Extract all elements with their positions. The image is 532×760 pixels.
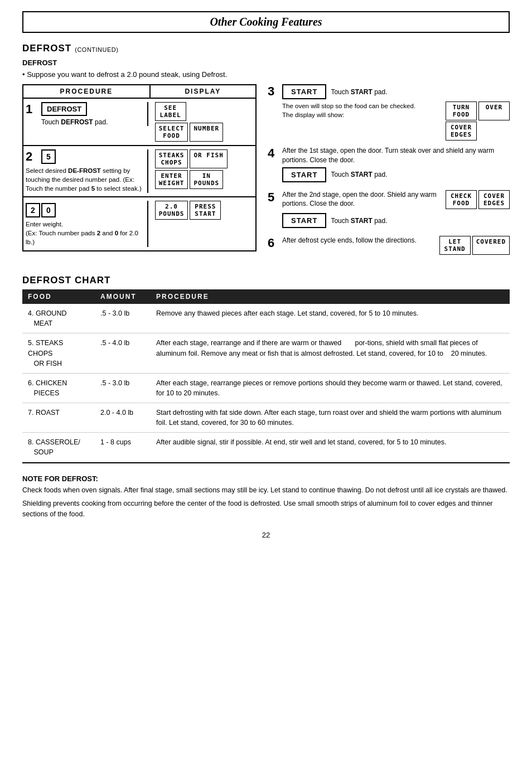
step-3-display-row1: TURNFOOD OVER: [446, 101, 510, 120]
display-cell-2-pounds: 2.0POUNDS: [155, 201, 188, 220]
amount-col-header: AMOUNT: [95, 289, 151, 304]
step-2-display: STEAKSCHOPS OR FISH ENTERWEIGHT INPOUNDS: [152, 149, 253, 189]
numpad-20-boxes: 2 0: [26, 203, 144, 217]
step-6-display-row: LETSTAND COVERED: [439, 236, 510, 255]
display-cell-number: NUMBER: [190, 123, 223, 142]
step-4-start-box: START: [282, 167, 326, 182]
display-cell-select-food: SELECTFOOD: [155, 123, 188, 142]
food-roast: 7. ROAST: [22, 403, 95, 433]
proc-ground-meat: Remove any thawed pieces after each stag…: [151, 304, 510, 333]
step-3-content: START Touch START pad. The oven will sto…: [282, 84, 510, 141]
proc-steaks-chops: After each stage, rearrange and if there…: [151, 333, 510, 373]
step-5-num: 5: [268, 190, 278, 205]
step-6-display-cells: LETSTAND COVERED: [439, 236, 510, 255]
continued-label: (CONTINUED): [75, 46, 118, 53]
chart-title-text: DEFROST CHART: [22, 275, 110, 285]
display-cell-covered: COVERED: [472, 236, 510, 255]
defrost-sub-heading: DEFROST: [22, 59, 510, 67]
table-header-row: PROCEDURE DISPLAY: [23, 85, 255, 99]
display-row-2a: STEAKSCHOPS OR FISH: [155, 149, 253, 168]
defrost-sub-title: DEFROST: [22, 59, 57, 67]
step-5: 5 After the 2nd stage, open the door. Sh…: [268, 190, 510, 231]
display-row-1b: SELECTFOOD NUMBER: [155, 123, 253, 142]
chart-row-casserole: 8. CASSEROLE/ SOUP 1 - 8 cups After audi…: [22, 433, 510, 463]
step-3-start-row: START Touch START pad.: [282, 84, 510, 99]
step-5-text: After the 2nd stage, open the door. Shie…: [282, 190, 441, 209]
intro-text: Suppose you want to defrost a 2.0 pound …: [27, 70, 227, 79]
step-2-row: 2 5 Select desired DE-FROST setting by t…: [23, 146, 255, 197]
step-5-display-row: CHECKFOOD COVEREDGES: [446, 190, 510, 209]
chart-row-ground-meat: 4. GROUND MEAT .5 - 3.0 lb Remove any th…: [22, 304, 510, 333]
note-paragraph-2: Shielding prevents cooking from occurrin…: [22, 498, 510, 520]
proc-casserole: After audible signal, stir if possible. …: [151, 433, 510, 463]
step-1-touch: Touch DEFROST pad.: [41, 118, 108, 126]
amount-ground-meat: .5 - 3.0 lb: [95, 304, 151, 333]
page-num-text: 22: [262, 531, 270, 539]
display-cell-press-start: PRESSSTART: [190, 201, 221, 220]
chart-header-row: FOOD AMOUNT PROCEDURE: [22, 289, 510, 304]
step-5-start-row: START Touch START pad.: [282, 213, 510, 228]
step-5-body: After the 2nd stage, open the door. Shie…: [282, 190, 510, 211]
step-6: 6 After defrost cycle ends, follow the d…: [268, 236, 510, 255]
display-row-2b: ENTERWEIGHT INPOUNDS: [155, 170, 253, 189]
step-3-display-cells: TURNFOOD OVER COVEREDGES: [446, 101, 510, 141]
step-4-start-row: START Touch START pad.: [282, 167, 510, 182]
food-chicken: 6. CHICKEN PIECES: [22, 373, 95, 403]
step-1-display-cells: SEELABEL SELECTFOOD NUMBER: [155, 102, 253, 142]
food-col-header: FOOD: [22, 289, 95, 304]
note-title: NOTE FOR DEFROST:: [22, 475, 510, 483]
amount-steaks-chops: .5 - 4.0 lb: [95, 333, 151, 373]
display-cell-or-fish: OR FISH: [190, 149, 227, 168]
step-3-display-row2: COVEREDGES: [446, 122, 510, 141]
page-number: 22: [22, 531, 510, 539]
amount-casserole: 1 - 8 cups: [95, 433, 151, 463]
display-cell-cover-edges: COVEREDGES: [446, 122, 477, 141]
step-1-row: 1 DEFROST Touch DEFROST pad. SEELABEL SE…: [23, 99, 255, 146]
amount-chicken: .5 - 3.0 lb: [95, 373, 151, 403]
step-3-text: The oven will stop so the food can be ch…: [282, 101, 441, 119]
chart-title: DEFROST CHART: [22, 275, 510, 286]
step-5-start-box: START: [282, 213, 326, 228]
procedure-display-section: PROCEDURE DISPLAY 1 DEFROST Touch DEFROS…: [22, 84, 257, 262]
step-4-num: 4: [268, 146, 278, 161]
page-header: Other Cooking Features: [22, 11, 510, 33]
right-steps: 3 START Touch START pad. The oven will s…: [268, 84, 510, 262]
defrost-layout: PROCEDURE DISPLAY 1 DEFROST Touch DEFROS…: [22, 84, 510, 262]
food-casserole: 8. CASSEROLE/ SOUP: [22, 433, 95, 463]
weight-entry-text: Enter weight.(Ex: Touch number pads 2 an…: [26, 220, 144, 246]
defrost-chart-table: FOOD AMOUNT PROCEDURE 4. GROUND MEAT .5 …: [22, 289, 510, 463]
step-3-body: The oven will stop so the food can be ch…: [282, 101, 510, 141]
step-1-num: 1: [26, 102, 38, 117]
step-2-header: 2 5: [26, 149, 144, 164]
chart-row-steaks-chops: 5. STEAKS CHOPS OR FISH .5 - 4.0 lb Afte…: [22, 333, 510, 373]
proc-chicken: After each stage, rearrange pieces or re…: [151, 373, 510, 403]
display-cell-turn-food: TURNFOOD: [446, 101, 477, 120]
step-6-text: After defrost cycle ends, follow the dir…: [282, 236, 435, 245]
step-1-display: SEELABEL SELECTFOOD NUMBER: [152, 102, 253, 142]
step-3-start-box: START: [282, 84, 326, 99]
step-3-touch: Touch START pad.: [331, 88, 387, 96]
display-cell-in-pounds: INPOUNDS: [190, 170, 223, 189]
food-steaks-chops: 5. STEAKS CHOPS OR FISH: [22, 333, 95, 373]
step-2-num: 2: [26, 149, 38, 164]
display-row-2c: 2.0POUNDS PRESSSTART: [155, 201, 253, 220]
step-4: 4 After the 1st stage, open the door. Tu…: [268, 146, 510, 185]
defrost-chart-section: DEFROST CHART FOOD AMOUNT PROCEDURE 4. G…: [22, 275, 510, 463]
procedure-col-header: PROCEDURE: [23, 85, 151, 98]
step-2-display-cells: STEAKSCHOPS OR FISH ENTERWEIGHT INPOUNDS: [155, 149, 253, 189]
defrost-button-label: DEFROST: [41, 102, 87, 116]
display-row-1a: SEELABEL: [155, 102, 253, 121]
step-2b-proc: 2 0 Enter weight.(Ex: Touch number pads …: [26, 201, 148, 246]
step-2b-display-cells: 2.0POUNDS PRESSSTART: [155, 201, 253, 220]
amount-roast: 2.0 - 4.0 lb: [95, 403, 151, 433]
intro-bullet: • Suppose you want to defrost a 2.0 poun…: [22, 70, 510, 79]
header-title: Other Cooking Features: [210, 16, 322, 28]
display-cell-over: OVER: [478, 101, 510, 120]
step-4-touch: Touch START pad.: [331, 171, 387, 178]
display-cell-see-label: SEELABEL: [155, 102, 186, 121]
step-2-text: Select desired DE-FROST setting by touch…: [26, 166, 144, 193]
proc-roast: Start defrosting with fat side down. Aft…: [151, 403, 510, 433]
display-cell-cover-edges-5: COVEREDGES: [478, 190, 510, 209]
step-6-content: After defrost cycle ends, follow the dir…: [282, 236, 510, 255]
note-paragraph-1: Check foods when oven signals. After fin…: [22, 485, 510, 496]
